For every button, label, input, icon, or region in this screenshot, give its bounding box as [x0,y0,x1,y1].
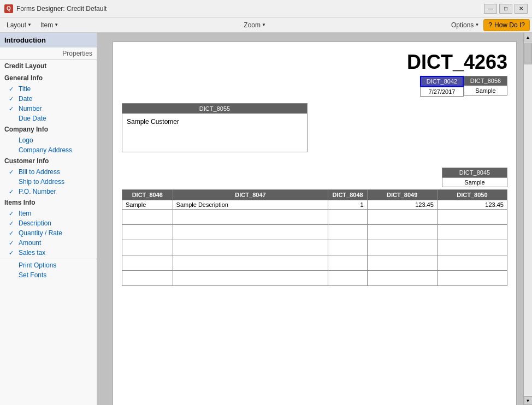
table-row-empty-5 [122,271,507,286]
date-col: DICT_8042 7/27/2017 [420,76,464,97]
customer-header[interactable]: DICT_8055 [122,104,307,114]
row-col5: 123.45 [437,200,507,210]
sidebar-item-description[interactable]: ✓ Description [0,218,97,228]
customer-box-area: DICT_8055 Sample Customer [113,99,516,157]
dict-title: DICT_4263 [407,51,507,74]
sidebar-item-ship-to[interactable]: □ Ship to Address [0,177,97,187]
date-header-cell[interactable]: DICT_8042 [420,76,464,87]
table-header-row: DICT_8046 DICT_8047 DICT_8048 DICT_8049 … [122,190,507,200]
title-bar-controls: — □ ✕ [484,4,528,14]
table-row-empty-3 [122,240,507,255]
menu-options[interactable]: Options ▼ [447,19,483,31]
form-canvas: DICT_4263 DICT_8042 7/27/2017 DICT_8056 … [113,41,517,405]
sidebar-item-po-number[interactable]: ✓ P.O. Number [0,187,97,196]
maximize-button[interactable]: □ [499,4,512,14]
po-col: DICT_8045 Sample [442,168,507,187]
table-row-empty-2 [122,225,507,240]
app-title: Forms Designer: Credit Default [16,5,107,13]
sidebar-item-quantity-rate[interactable]: ✓ Quantity / Rate [0,228,97,238]
properties-label: Properties [0,47,97,60]
number-value-cell: Sample [464,86,507,96]
sidebar-item-logo[interactable]: □ Logo [0,135,97,145]
credit-layout-label: Credit Layout [0,60,97,72]
items-table-area: DICT_8046 DICT_8047 DICT_8048 DICT_8049 … [113,189,516,286]
menu-item[interactable]: Item ▼ [36,19,63,31]
panel-section-title: Introduction [0,33,97,47]
customer-box: DICT_8055 Sample Customer [122,103,308,152]
company-info-label: Company Info [0,123,97,135]
sidebar-item-number[interactable]: ✓ Number [0,104,97,114]
sidebar-item-item[interactable]: ✓ Item [0,209,97,218]
number-col: DICT_8056 Sample [464,76,507,97]
left-panel: Introduction Properties Credit Layout Ge… [0,33,97,405]
title-bar-left: Q Forms Designer: Credit Default [4,4,107,13]
scroll-down-button[interactable]: ▼ [524,396,533,405]
how-do-i-button[interactable]: ? How Do I? [483,19,530,31]
sidebar-item-company-address[interactable]: □ Company Address [0,145,97,155]
items-info-label: Items Info [0,196,97,209]
table-header-col2[interactable]: DICT_8047 [173,190,328,200]
customer-value: Sample Customer [122,114,307,152]
items-table: DICT_8046 DICT_8047 DICT_8048 DICT_8049 … [122,189,507,286]
main-layout: Introduction Properties Credit Layout Ge… [0,33,532,405]
table-row-empty-1 [122,210,507,225]
date-number-row: DICT_8042 7/27/2017 DICT_8056 Sample [113,74,516,99]
question-icon: ? [488,21,492,29]
title-bar: Q Forms Designer: Credit Default — □ ✕ [0,0,532,17]
row-col1: Sample [122,200,173,210]
close-button[interactable]: ✕ [515,4,528,14]
po-header-cell[interactable]: DICT_8045 [442,168,507,177]
sidebar-item-print-options[interactable]: Print Options [0,260,97,270]
table-header-col4[interactable]: DICT_8049 [367,190,437,200]
scroll-up-button[interactable]: ▲ [524,33,533,41]
sidebar-item-title[interactable]: ✓ Title [0,84,97,94]
scroll-thumb[interactable] [524,43,532,64]
minimize-button[interactable]: — [484,4,497,14]
table-row-empty-4 [122,255,507,271]
sidebar-item-sales-tax[interactable]: ✓ Sales tax [0,248,97,258]
general-info-label: General Info [0,72,97,84]
sidebar-item-bill-to[interactable]: ✓ Bill to Address [0,167,97,177]
row-col4: 123.45 [367,200,437,210]
menu-layout[interactable]: Layout ▼ [2,19,36,31]
chevron-down-icon: ▼ [262,22,266,27]
row-col3: 1 [328,200,367,210]
po-value-cell: Sample [442,177,507,187]
po-area: DICT_8045 Sample [113,168,516,189]
chevron-down-icon: ▼ [54,22,58,27]
sidebar-item-date[interactable]: ✓ Date [0,94,97,104]
row-col2: Sample Description [173,200,328,210]
scrollbar[interactable]: ▲ ▼ [523,33,532,405]
table-header-col5[interactable]: DICT_8050 [437,190,507,200]
chevron-down-icon: ▼ [27,22,32,27]
customer-info-label: Customer Info [0,155,97,167]
sidebar-item-set-fonts[interactable]: Set Fonts [0,270,97,280]
sidebar-item-amount[interactable]: ✓ Amount [0,238,97,248]
table-row: Sample Sample Description 1 123.45 123.4… [122,200,507,210]
canvas-area: DICT_4263 DICT_8042 7/27/2017 DICT_8056 … [97,33,532,405]
date-value-cell: 7/27/2017 [420,87,464,97]
sidebar-item-due-date[interactable]: □ Due Date [0,114,97,123]
app-icon: Q [4,4,13,13]
form-title-area: DICT_4263 [113,42,516,74]
menu-bar: Layout ▼ Item ▼ Zoom ▼ Options ▼ ? How D… [0,17,532,33]
table-header-col3[interactable]: DICT_8048 [328,190,367,200]
number-header-cell[interactable]: DICT_8056 [464,76,507,86]
table-header-col1[interactable]: DICT_8046 [122,190,173,200]
chevron-down-icon: ▼ [475,22,479,27]
menu-zoom[interactable]: Zoom ▼ [239,19,270,31]
